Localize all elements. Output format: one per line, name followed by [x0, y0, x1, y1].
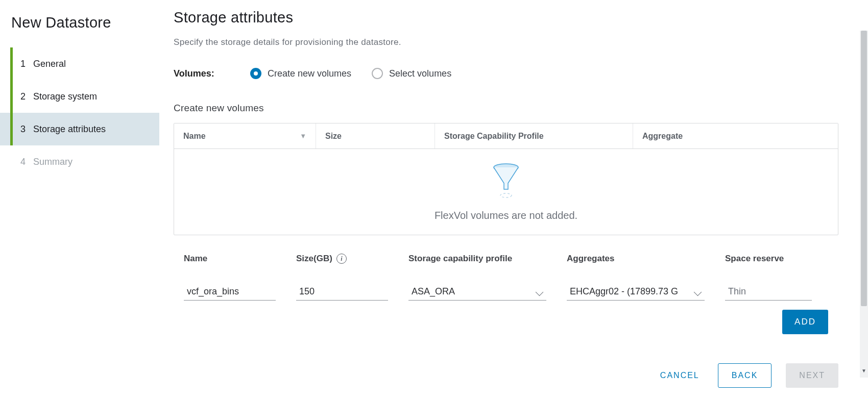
step-storage-system[interactable]: 2 Storage system [0, 80, 159, 113]
column-header-aggregate[interactable]: Aggregate [633, 123, 838, 148]
filter-icon[interactable]: ▼ [300, 132, 306, 140]
wizard-content: Storage attributes Specify the storage d… [159, 0, 868, 399]
scroll-down-icon[interactable]: ▼ [860, 368, 868, 373]
volumes-selector: Volumes: Create new volumes Select volum… [174, 68, 838, 79]
scp-select-value[interactable] [408, 284, 546, 301]
field-size: Size(GB) i [296, 254, 388, 301]
step-list: 1 General 2 Storage system 3 Storage att… [0, 47, 159, 178]
step-number: 4 [20, 157, 31, 167]
step-number: 1 [20, 59, 31, 69]
wizard-sidebar: New Datastore 1 General 2 Storage system… [0, 0, 159, 399]
svg-point-1 [500, 193, 512, 197]
table-body-empty: FlexVol volumes are not added. [174, 149, 838, 235]
field-space-reserve: Space reserve [725, 254, 812, 301]
next-button: NEXT [786, 363, 838, 388]
scrollbar-thumb[interactable] [861, 31, 867, 306]
field-label-aggregates: Aggregates [567, 254, 705, 264]
wizard-dialog: New Datastore 1 General 2 Storage system… [0, 0, 868, 399]
field-label-size: Size(GB) i [296, 254, 388, 264]
volumes-table: Name ▼ Size Storage Capability Profile A… [174, 123, 838, 235]
field-label-space-reserve: Space reserve [725, 254, 812, 264]
wizard-footer: CANCEL BACK NEXT [656, 363, 838, 388]
radio-label: Create new volumes [268, 68, 351, 79]
step-general[interactable]: 1 General [0, 47, 159, 80]
radio-icon [250, 68, 261, 79]
aggregates-select[interactable] [567, 284, 705, 301]
column-header-label: Size [325, 132, 342, 141]
page-title: Storage attributes [174, 7, 838, 26]
column-header-size[interactable]: Size [316, 123, 435, 148]
step-summary: 4 Summary [0, 145, 159, 178]
step-label: Storage system [33, 91, 97, 102]
field-label-scp: Storage capability profile [408, 254, 546, 264]
new-volume-form: Name Size(GB) i Storage capability profi… [174, 254, 838, 301]
step-label: General [33, 59, 66, 69]
section-create-new-volumes-label: Create new volumes [174, 103, 838, 114]
column-header-scp[interactable]: Storage Capability Profile [435, 123, 633, 148]
column-header-label: Name [183, 132, 206, 141]
step-label: Summary [33, 157, 73, 167]
radio-select-volumes[interactable]: Select volumes [372, 68, 451, 79]
column-header-name[interactable]: Name ▼ [174, 123, 316, 148]
wizard-title: New Datastore [0, 9, 159, 47]
back-button[interactable]: BACK [718, 363, 772, 388]
size-input[interactable] [296, 284, 388, 301]
field-name: Name [184, 254, 276, 301]
vertical-scrollbar[interactable]: ▼ [860, 31, 868, 378]
step-number: 3 [20, 124, 31, 135]
page-subtitle: Specify the storage details for provisio… [174, 37, 838, 47]
field-aggregates: Aggregates [567, 254, 705, 301]
field-label-text: Size(GB) [296, 254, 332, 264]
radio-create-new-volumes[interactable]: Create new volumes [250, 68, 351, 79]
info-icon[interactable]: i [336, 254, 347, 264]
field-label-name: Name [184, 254, 276, 264]
step-number: 2 [20, 91, 31, 102]
column-header-label: Storage Capability Profile [444, 132, 544, 141]
funnel-icon [493, 163, 519, 198]
cancel-button[interactable]: CANCEL [656, 366, 704, 385]
column-header-label: Aggregate [642, 132, 683, 141]
radio-icon [372, 68, 383, 79]
name-input[interactable] [184, 284, 276, 301]
aggregates-select-value[interactable] [567, 284, 705, 301]
space-reserve-value [725, 284, 812, 301]
table-header-row: Name ▼ Size Storage Capability Profile A… [174, 123, 838, 149]
scp-select[interactable] [408, 284, 546, 301]
field-scp: Storage capability profile [408, 254, 546, 301]
step-storage-attributes[interactable]: 3 Storage attributes [0, 113, 159, 145]
step-label: Storage attributes [33, 124, 106, 135]
radio-label: Select volumes [389, 68, 451, 79]
add-button[interactable]: ADD [782, 310, 828, 334]
volumes-label: Volumes: [174, 68, 230, 79]
empty-state-text: FlexVol volumes are not added. [435, 210, 577, 221]
